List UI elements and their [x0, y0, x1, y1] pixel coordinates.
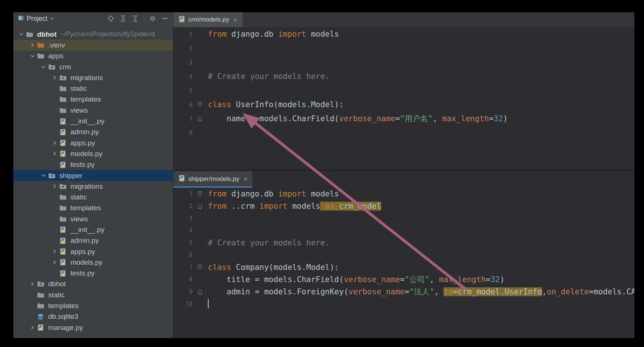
tree-row-init-py[interactable]: __init__.py: [13, 224, 173, 235]
code-line[interactable]: 3: [173, 212, 634, 224]
chevron-right-icon[interactable]: [50, 75, 59, 80]
tree-row-dbhot[interactable]: dbhot~/PycharmProjects/luffySpider/d: [13, 29, 173, 40]
fold-start-icon[interactable]: [194, 98, 205, 112]
code-line[interactable]: 7class Company(models.Model):: [173, 261, 634, 273]
code-line[interactable]: 10: [173, 298, 634, 310]
chevron-right-icon[interactable]: [27, 325, 37, 330]
settings-gear-icon[interactable]: [149, 15, 156, 22]
chevron-down-icon[interactable]: [16, 32, 26, 37]
code-line[interactable]: 9 admin = models.ForeignKey(verbose_name…: [173, 285, 634, 298]
tab-shipper-models[interactable]: shipper/models.py ×: [173, 171, 252, 188]
editor-pane-top: crm/models.py × 1from django.db import m…: [173, 12, 634, 170]
folder-icon: [59, 205, 69, 211]
chevron-right-icon[interactable]: [27, 282, 37, 287]
chevron-down-icon[interactable]: [50, 15, 54, 22]
tree-item-label: templates: [48, 302, 79, 310]
tree-row-crm[interactable]: crm: [13, 62, 173, 72]
python-file-icon: [178, 16, 185, 24]
code-line[interactable]: 1from django.db import models: [173, 188, 634, 200]
line-number: 9: [173, 288, 194, 295]
code-line[interactable]: 2from ..crm import models as crm_model: [173, 200, 634, 212]
hide-panel-icon[interactable]: [161, 15, 169, 22]
python-icon: [59, 129, 69, 136]
tree-row-init-py[interactable]: __init__.py: [13, 116, 173, 126]
code-line[interactable]: 3: [173, 55, 634, 69]
tree-row-models-py[interactable]: models.py: [13, 148, 173, 159]
fold-start-icon[interactable]: [194, 261, 205, 273]
tree-row-apps-py[interactable]: apps.py: [13, 246, 173, 257]
fold-end-icon[interactable]: [194, 200, 205, 212]
tree-row-tests-py[interactable]: tests.py: [13, 159, 173, 170]
tree-row-templates[interactable]: templates: [13, 94, 173, 105]
locate-icon[interactable]: [107, 15, 114, 22]
tree-row-shipper[interactable]: shipper: [13, 170, 173, 181]
tree-row-static[interactable]: static: [13, 192, 173, 202]
tree-row-views[interactable]: views: [13, 214, 173, 224]
code-line[interactable]: 2: [173, 41, 634, 55]
folder-icon: [37, 303, 47, 309]
tree-row-db-sqlite3[interactable]: db.sqlite3: [13, 311, 173, 322]
fold-end-icon[interactable]: [194, 112, 205, 126]
line-number: 10: [173, 300, 194, 307]
tab-crm-models[interactable]: crm/models.py ×: [173, 12, 242, 27]
fold-end-icon[interactable]: [194, 285, 205, 298]
python-icon: [59, 161, 69, 168]
expand-all-icon[interactable]: [119, 15, 127, 22]
tree-item-label: tests.py: [70, 161, 94, 169]
tab-label: crm/models.py: [188, 16, 229, 23]
tree-row-venv[interactable]: .venv: [13, 40, 173, 50]
tree-row-static[interactable]: static: [13, 290, 173, 300]
chevron-right-icon[interactable]: [50, 249, 59, 254]
code-text: [205, 83, 634, 98]
project-panel-title[interactable]: Project: [27, 15, 47, 23]
fold-gutter: [194, 41, 205, 55]
tree-row-admin-py[interactable]: admin.py: [13, 127, 173, 138]
chevron-right-icon[interactable]: [50, 141, 59, 145]
chevron-right-icon[interactable]: [50, 260, 59, 265]
python-icon: [59, 139, 69, 146]
tree-row-templates[interactable]: templates: [13, 300, 173, 311]
tree-item-label: static: [70, 193, 87, 201]
tree-row-models-py[interactable]: models.py: [13, 257, 173, 268]
project-view-icon: [18, 15, 24, 23]
code-line[interactable]: 4: [173, 224, 634, 237]
code-line[interactable]: 6class UserInfo(models.Model):: [173, 98, 634, 112]
chevron-down-icon[interactable]: [39, 65, 48, 69]
code-line[interactable]: 5: [173, 83, 634, 98]
tree-item-label: templates: [70, 95, 101, 103]
chevron-down-icon[interactable]: [27, 54, 37, 59]
line-number: 3: [173, 59, 194, 66]
code-line[interactable]: 1from django.db import models: [173, 27, 634, 41]
tree-row-tests-py[interactable]: tests.py: [13, 268, 173, 279]
code-line[interactable]: 5# Create your models here.: [173, 237, 634, 249]
tree-row-templates[interactable]: templates: [13, 203, 173, 214]
code-line[interactable]: 8: [173, 126, 634, 140]
chevron-down-icon[interactable]: [39, 173, 48, 178]
chevron-right-icon[interactable]: [50, 184, 59, 189]
collapse-all-icon[interactable]: [132, 15, 139, 22]
tree-row-migrations[interactable]: migrations: [13, 72, 173, 83]
tree-row-dbhot[interactable]: dbhot: [13, 279, 173, 290]
tab-close-icon[interactable]: ×: [233, 16, 238, 23]
editor-content-top[interactable]: 1from django.db import models234# Create…: [173, 27, 634, 170]
editor-content-bottom[interactable]: 1from django.db import models2from ..crm…: [173, 188, 634, 338]
tree-row-apps[interactable]: apps: [13, 51, 173, 62]
code-line[interactable]: 8 title = models.CharField(verbose_name=…: [173, 273, 634, 285]
chevron-right-icon[interactable]: [27, 43, 37, 47]
tree-item-label: shipper: [59, 172, 82, 180]
tab-close-icon[interactable]: ×: [243, 175, 248, 182]
chevron-right-icon[interactable]: [50, 151, 59, 156]
tree-row-static[interactable]: static: [13, 83, 173, 94]
folder-icon: [59, 96, 69, 103]
fold-start-icon[interactable]: [194, 188, 205, 200]
folder-icon: [59, 194, 69, 201]
tree-row-views[interactable]: views: [13, 105, 173, 116]
code-line[interactable]: 4# Create your models here.: [173, 69, 634, 83]
tree-row-admin-py[interactable]: admin.py: [13, 235, 173, 246]
tree-row-manage-py[interactable]: manage.py: [13, 322, 173, 333]
code-line[interactable]: 7 name = models.CharField(verbose_name="…: [173, 112, 634, 126]
tree-row-migrations[interactable]: migrations: [13, 181, 173, 192]
folder-icon: [37, 53, 47, 59]
tree-row-apps-py[interactable]: apps.py: [13, 138, 173, 148]
code-line[interactable]: 6: [173, 249, 634, 261]
